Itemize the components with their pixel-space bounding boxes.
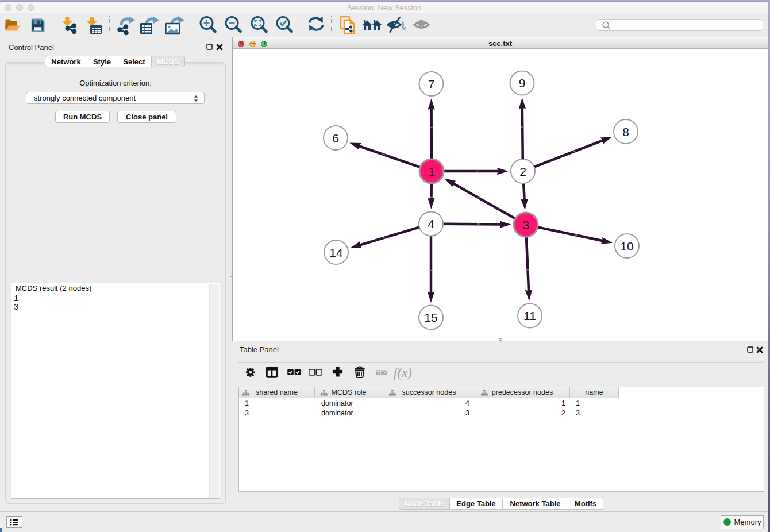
svg-text:4: 4 — [428, 217, 434, 230]
svg-text:1: 1 — [428, 165, 435, 178]
svg-text:f(x): f(x) — [394, 365, 412, 380]
svg-text:9: 9 — [519, 76, 526, 90]
svg-text:10: 10 — [620, 240, 633, 253]
svg-text:14: 14 — [329, 246, 343, 259]
svg-text:7: 7 — [428, 78, 435, 91]
svg-text:11: 11 — [523, 309, 536, 322]
svg-text:2: 2 — [519, 165, 526, 178]
svg-text:3: 3 — [522, 218, 529, 232]
svg-text:15: 15 — [424, 311, 437, 324]
svg-text:8: 8 — [622, 125, 629, 138]
svg-text:6: 6 — [332, 132, 339, 145]
